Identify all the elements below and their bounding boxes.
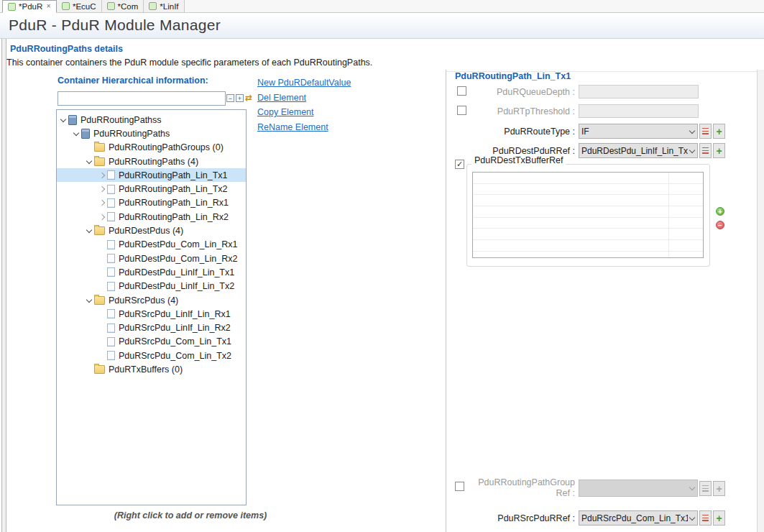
- action-del-element[interactable]: Del Element: [257, 93, 387, 103]
- detail-heading: PduRRoutingPath_Lin_Tx1: [455, 71, 571, 81]
- tree-item-label: PduRSrcPdus (4): [109, 295, 178, 306]
- tree-item-label: PduRRoutingPath_Lin_Rx1: [119, 198, 229, 208]
- group-ref-checkbox[interactable]: [455, 482, 464, 491]
- tree-item-label: PduRRoutingPaths: [93, 129, 170, 139]
- tree-item[interactable]: PduRSrcPdu_Com_Lin_Tx2: [57, 349, 246, 362]
- expander-open-icon[interactable]: [86, 296, 94, 305]
- dest-pdu-ref-list-button[interactable]: [699, 143, 712, 158]
- table-column-divider: [668, 173, 669, 257]
- expander-spacer: [86, 143, 94, 152]
- close-tab-icon[interactable]: ✕: [46, 4, 51, 9]
- route-type-label: PduRRouteType :: [446, 127, 575, 137]
- expander-open-icon[interactable]: [86, 157, 94, 166]
- tab-label: *PduR: [19, 2, 42, 11]
- route-type-value: IF: [581, 127, 688, 137]
- tab-pdur[interactable]: *PduR✕: [2, 0, 57, 13]
- doc-icon: [107, 254, 115, 263]
- doc-icon: [107, 351, 115, 360]
- tp-threshold-input[interactable]: [579, 104, 699, 118]
- tab-com[interactable]: *Com: [102, 0, 144, 12]
- queue-depth-input[interactable]: [579, 85, 699, 98]
- module-tab-icon: [107, 2, 115, 10]
- expander-spacer: [98, 324, 107, 332]
- tree-item[interactable]: PduRDestPdu_LinIf_Lin_Tx1: [57, 265, 246, 279]
- tree-item[interactable]: PduRRoutingPath_Lin_Rx2: [57, 210, 246, 224]
- tree-item-label: PduRDestPdu_LinIf_Lin_Tx1: [119, 267, 234, 278]
- module-tab-icon: [149, 2, 157, 10]
- tree-item-label: PduRSrcPdu_Com_Lin_Tx1: [119, 336, 231, 347]
- tree-item-label: PduRDestPdu_Com_Lin_Rx2: [119, 254, 237, 264]
- tab-linif[interactable]: *LinIf: [144, 0, 184, 12]
- list-icon: [702, 147, 709, 154]
- route-type-list-button[interactable]: [699, 124, 712, 139]
- dest-pdu-ref-add-button[interactable]: +: [713, 143, 725, 158]
- tree-item[interactable]: PduRTxBuffers (0): [57, 362, 246, 376]
- tree-item[interactable]: PduRDestPdu_Com_Lin_Rx2: [57, 252, 246, 265]
- expander-spacer: [98, 240, 107, 249]
- tree-filter-input[interactable]: [57, 91, 226, 106]
- route-type-add-button[interactable]: +: [713, 124, 725, 139]
- route-type-dropdown[interactable]: IF: [579, 124, 698, 139]
- tree-item[interactable]: PduRRoutingPaths: [57, 127, 246, 140]
- tree-item[interactable]: PduRSrcPdu_Com_Lin_Tx1: [57, 335, 246, 349]
- src-pdu-ref-dropdown[interactable]: PduRSrcPdu_Com_Lin_Tx1: [579, 510, 698, 526]
- vertical-scrollbar[interactable]: [757, 70, 764, 532]
- tree-item[interactable]: PduRRoutingPathGroups (0): [57, 141, 246, 155]
- expander-closed-icon[interactable]: [98, 171, 107, 180]
- section-heading: PduRRoutingPaths details: [10, 44, 123, 54]
- sync-selection-icon[interactable]: ⇄: [245, 93, 252, 103]
- tree-item[interactable]: PduRRoutingPath_Lin_Rx1: [57, 196, 246, 210]
- tree-item[interactable]: PduRSrcPdu_LinIf_Lin_Rx1: [57, 307, 246, 321]
- action-rename-element[interactable]: ReName Element: [257, 122, 387, 132]
- title-bar: PduR - PduR Module Manager: [0, 13, 764, 39]
- expander-open-icon[interactable]: [60, 116, 68, 124]
- pane-sash[interactable]: [1, 39, 6, 532]
- doc-icon: [107, 282, 115, 291]
- tab-label: *Com: [118, 2, 139, 11]
- remove-row-button[interactable]: −: [716, 221, 724, 229]
- folder-icon: [94, 143, 105, 152]
- expander-spacer: [98, 282, 107, 290]
- expander-open-icon[interactable]: [86, 226, 94, 235]
- plus-icon: +: [716, 485, 722, 493]
- doc-icon: [107, 198, 115, 208]
- plus-icon: +: [716, 514, 722, 523]
- expander-closed-icon[interactable]: [98, 198, 107, 207]
- expand-all-icon[interactable]: +: [236, 94, 244, 102]
- pdur-module-manager-window: *PduR✕*EcuC*Com*LinIf PduR - PduR Module…: [0, 0, 764, 532]
- tree-item[interactable]: PduRDestPdus (4): [57, 224, 246, 237]
- src-pdu-ref-add-button[interactable]: +: [713, 510, 725, 526]
- group-ref-list-button: [699, 481, 712, 496]
- dest-pdu-ref-dropdown[interactable]: PduRDestPdu_LinIf_Lin_Tx1: [579, 143, 698, 158]
- collapse-all-icon[interactable]: −: [226, 94, 234, 102]
- tree-item[interactable]: PduRRoutingPaths (4): [57, 155, 246, 168]
- doc-icon: [107, 324, 115, 333]
- list-icon: [702, 515, 709, 521]
- tree-item[interactable]: PduRSrcPdu_LinIf_Lin_Rx2: [57, 321, 246, 334]
- dest-tx-buffer-checkbox[interactable]: ✓: [455, 160, 464, 169]
- tree-item[interactable]: PduRRoutingPath_Lin_Tx1: [57, 168, 246, 182]
- doc-icon: [107, 309, 115, 318]
- dest-pdu-ref-label: PduRDestPduRRef :: [446, 146, 575, 156]
- expander-open-icon[interactable]: [73, 129, 81, 138]
- expander-closed-icon[interactable]: [98, 213, 107, 221]
- tree-item[interactable]: PduRSrcPdus (4): [57, 293, 246, 307]
- add-row-button[interactable]: +: [716, 207, 724, 216]
- tab-ecuc[interactable]: *EcuC: [57, 0, 102, 12]
- group-ref-dropdown: [579, 480, 698, 497]
- tree-item[interactable]: PduRRoutingPath_Lin_Tx2: [57, 182, 246, 196]
- container-info-heading: Container Hierarchical information:: [57, 75, 208, 86]
- doc-icon: [107, 212, 115, 221]
- tree-item[interactable]: PduRDestPdu_Com_Lin_Rx1: [57, 238, 246, 252]
- tree-item-label: PduRSrcPdu_LinIf_Lin_Rx1: [119, 309, 231, 319]
- list-icon: [702, 485, 709, 492]
- action-copy-element[interactable]: Copy Element: [257, 107, 387, 117]
- expander-closed-icon[interactable]: [98, 185, 107, 193]
- tree-item-label: PduRSrcPdu_Com_Lin_Tx2: [119, 351, 231, 361]
- group-ref-add-button: +: [713, 481, 725, 496]
- src-pdu-ref-list-button[interactable]: [699, 510, 712, 526]
- action-new-pdurdefaultvalue[interactable]: New PduRDefaultValue: [257, 78, 387, 88]
- doc-icon: [107, 240, 115, 249]
- tree-item[interactable]: PduRDestPdu_LinIf_Lin_Tx2: [57, 280, 246, 293]
- tree-item[interactable]: PduRRoutingPathss: [57, 113, 246, 127]
